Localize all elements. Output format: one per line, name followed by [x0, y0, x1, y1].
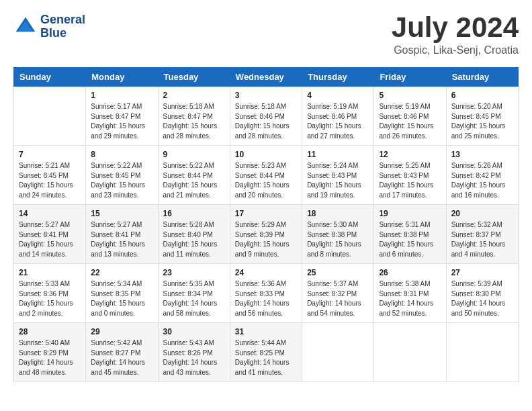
day-info: Sunrise: 5:42 AMSunset: 8:27 PMDaylight:…: [91, 338, 152, 377]
day-number: 1: [91, 91, 152, 100]
calendar-cell: 10Sunrise: 5:23 AMSunset: 8:44 PMDayligh…: [230, 146, 302, 205]
weekday-header-sunday: Sunday: [14, 68, 86, 87]
day-info: Sunrise: 5:28 AMSunset: 8:40 PMDaylight:…: [163, 220, 225, 259]
day-info: Sunrise: 5:27 AMSunset: 8:41 PMDaylight:…: [91, 220, 152, 259]
calendar-cell: 13Sunrise: 5:26 AMSunset: 8:42 PMDayligh…: [446, 146, 518, 205]
day-number: 26: [379, 268, 441, 277]
day-info: Sunrise: 5:37 AMSunset: 8:32 PMDaylight:…: [307, 279, 369, 318]
day-info: Sunrise: 5:39 AMSunset: 8:30 PMDaylight:…: [451, 279, 513, 318]
calendar-cell: 4Sunrise: 5:19 AMSunset: 8:46 PMDaylight…: [302, 87, 374, 146]
logo: General Blue: [13, 13, 85, 40]
day-number: 21: [19, 268, 81, 277]
calendar-cell: 8Sunrise: 5:22 AMSunset: 8:45 PMDaylight…: [86, 146, 158, 205]
calendar-cell: [302, 323, 374, 382]
day-number: 11: [307, 150, 369, 159]
calendar-cell: 2Sunrise: 5:18 AMSunset: 8:47 PMDaylight…: [158, 87, 230, 146]
day-number: 13: [451, 150, 513, 159]
day-number: 4: [307, 91, 369, 100]
day-number: 6: [451, 91, 513, 100]
day-info: Sunrise: 5:19 AMSunset: 8:46 PMDaylight:…: [307, 102, 369, 141]
day-number: 30: [163, 327, 225, 336]
calendar-cell: 22Sunrise: 5:34 AMSunset: 8:35 PMDayligh…: [86, 264, 158, 323]
day-info: Sunrise: 5:29 AMSunset: 8:39 PMDaylight:…: [235, 220, 297, 259]
day-number: 20: [451, 209, 513, 218]
logo-line1: General: [40, 13, 85, 27]
weekday-header-row: SundayMondayTuesdayWednesdayThursdayFrid…: [14, 68, 519, 87]
calendar-cell: 7Sunrise: 5:21 AMSunset: 8:45 PMDaylight…: [14, 146, 86, 205]
day-number: 17: [235, 209, 297, 218]
day-info: Sunrise: 5:32 AMSunset: 8:37 PMDaylight:…: [451, 220, 513, 259]
calendar-cell: 12Sunrise: 5:25 AMSunset: 8:43 PMDayligh…: [374, 146, 446, 205]
calendar-cell: [14, 87, 86, 146]
day-info: Sunrise: 5:20 AMSunset: 8:45 PMDaylight:…: [451, 102, 513, 141]
weekday-header-saturday: Saturday: [446, 68, 518, 87]
day-info: Sunrise: 5:40 AMSunset: 8:29 PMDaylight:…: [19, 338, 81, 377]
logo-line2: Blue: [40, 27, 85, 40]
month-year: July 2024: [392, 13, 519, 42]
calendar-cell: 3Sunrise: 5:18 AMSunset: 8:46 PMDaylight…: [230, 87, 302, 146]
calendar-cell: 11Sunrise: 5:24 AMSunset: 8:43 PMDayligh…: [302, 146, 374, 205]
day-number: 19: [379, 209, 441, 218]
day-number: 16: [163, 209, 225, 218]
calendar-cell: 15Sunrise: 5:27 AMSunset: 8:41 PMDayligh…: [86, 205, 158, 264]
day-number: 14: [19, 209, 81, 218]
calendar-cell: 18Sunrise: 5:30 AMSunset: 8:38 PMDayligh…: [302, 205, 374, 264]
day-info: Sunrise: 5:30 AMSunset: 8:38 PMDaylight:…: [307, 220, 369, 259]
day-number: 22: [91, 268, 152, 277]
day-info: Sunrise: 5:34 AMSunset: 8:35 PMDaylight:…: [91, 279, 152, 318]
calendar-cell: 14Sunrise: 5:27 AMSunset: 8:41 PMDayligh…: [14, 205, 86, 264]
day-number: 5: [379, 91, 441, 100]
day-info: Sunrise: 5:33 AMSunset: 8:36 PMDaylight:…: [19, 279, 81, 318]
day-number: 15: [91, 209, 152, 218]
day-info: Sunrise: 5:21 AMSunset: 8:45 PMDaylight:…: [19, 161, 81, 200]
weekday-header-tuesday: Tuesday: [158, 68, 230, 87]
calendar-cell: 21Sunrise: 5:33 AMSunset: 8:36 PMDayligh…: [14, 264, 86, 323]
day-info: Sunrise: 5:43 AMSunset: 8:26 PMDaylight:…: [163, 338, 225, 377]
day-info: Sunrise: 5:23 AMSunset: 8:44 PMDaylight:…: [235, 161, 297, 200]
day-info: Sunrise: 5:26 AMSunset: 8:42 PMDaylight:…: [451, 161, 513, 200]
week-row-0: 1Sunrise: 5:17 AMSunset: 8:47 PMDaylight…: [14, 87, 519, 146]
day-number: 7: [19, 150, 81, 159]
day-number: 25: [307, 268, 369, 277]
day-number: 8: [91, 150, 152, 159]
calendar-cell: 25Sunrise: 5:37 AMSunset: 8:32 PMDayligh…: [302, 264, 374, 323]
calendar-cell: 16Sunrise: 5:28 AMSunset: 8:40 PMDayligh…: [158, 205, 230, 264]
day-info: Sunrise: 5:38 AMSunset: 8:31 PMDaylight:…: [379, 279, 441, 318]
day-number: 27: [451, 268, 513, 277]
logo-icon: [13, 15, 38, 39]
location: Gospic, Lika-Senj, Croatia: [392, 44, 519, 56]
day-number: 28: [19, 327, 81, 336]
calendar-cell: 27Sunrise: 5:39 AMSunset: 8:30 PMDayligh…: [446, 264, 518, 323]
calendar-cell: 17Sunrise: 5:29 AMSunset: 8:39 PMDayligh…: [230, 205, 302, 264]
week-row-4: 28Sunrise: 5:40 AMSunset: 8:29 PMDayligh…: [14, 323, 519, 382]
calendar-cell: 31Sunrise: 5:44 AMSunset: 8:25 PMDayligh…: [230, 323, 302, 382]
calendar-cell: 9Sunrise: 5:22 AMSunset: 8:44 PMDaylight…: [158, 146, 230, 205]
day-number: 23: [163, 268, 225, 277]
day-number: 12: [379, 150, 441, 159]
day-info: Sunrise: 5:22 AMSunset: 8:44 PMDaylight:…: [163, 161, 225, 200]
day-info: Sunrise: 5:36 AMSunset: 8:33 PMDaylight:…: [235, 279, 297, 318]
calendar-cell: 19Sunrise: 5:31 AMSunset: 8:38 PMDayligh…: [374, 205, 446, 264]
day-number: 24: [235, 268, 297, 277]
day-number: 18: [307, 209, 369, 218]
day-number: 2: [163, 91, 225, 100]
logo-text: General Blue: [40, 13, 85, 40]
weekday-header-thursday: Thursday: [302, 68, 374, 87]
weekday-header-friday: Friday: [374, 68, 446, 87]
day-info: Sunrise: 5:35 AMSunset: 8:34 PMDaylight:…: [163, 279, 225, 318]
day-info: Sunrise: 5:18 AMSunset: 8:46 PMDaylight:…: [235, 102, 297, 141]
calendar-cell: 24Sunrise: 5:36 AMSunset: 8:33 PMDayligh…: [230, 264, 302, 323]
day-info: Sunrise: 5:17 AMSunset: 8:47 PMDaylight:…: [91, 102, 152, 141]
week-row-3: 21Sunrise: 5:33 AMSunset: 8:36 PMDayligh…: [14, 264, 519, 323]
day-info: Sunrise: 5:18 AMSunset: 8:47 PMDaylight:…: [163, 102, 225, 141]
weekday-header-wednesday: Wednesday: [230, 68, 302, 87]
calendar-cell: 23Sunrise: 5:35 AMSunset: 8:34 PMDayligh…: [158, 264, 230, 323]
calendar-cell: 5Sunrise: 5:19 AMSunset: 8:46 PMDaylight…: [374, 87, 446, 146]
day-info: Sunrise: 5:24 AMSunset: 8:43 PMDaylight:…: [307, 161, 369, 200]
day-number: 31: [235, 327, 297, 336]
week-row-2: 14Sunrise: 5:27 AMSunset: 8:41 PMDayligh…: [14, 205, 519, 264]
calendar-cell: 28Sunrise: 5:40 AMSunset: 8:29 PMDayligh…: [14, 323, 86, 382]
weekday-header-monday: Monday: [86, 68, 158, 87]
day-number: 10: [235, 150, 297, 159]
calendar-cell: 29Sunrise: 5:42 AMSunset: 8:27 PMDayligh…: [86, 323, 158, 382]
